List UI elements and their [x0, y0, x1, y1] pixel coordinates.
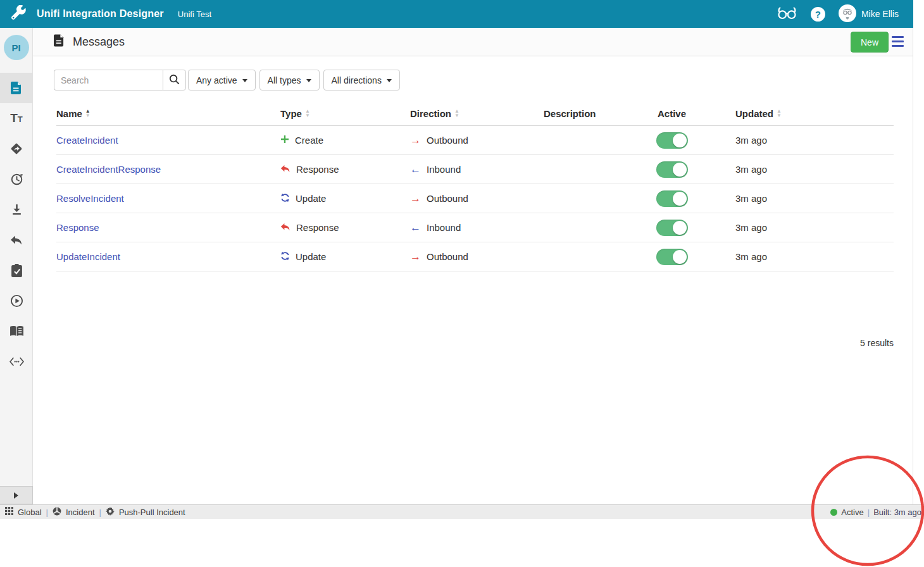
- messages-table-body: CreateIncidentCreate→Outbound3m agoCreat…: [56, 126, 894, 271]
- table-row: ResolveIncidentUpdate→Outbound3m ago: [56, 184, 894, 213]
- results-count: 5 results: [56, 338, 894, 348]
- sidebar: PI TT: [0, 28, 33, 486]
- arrow-right-icon: →: [410, 134, 421, 147]
- sidebar-item-run[interactable]: [0, 285, 33, 316]
- message-direction-cell: →Outbound: [410, 134, 544, 147]
- sidebar-items: TT: [0, 73, 32, 377]
- message-updated-cell: 3m ago: [705, 135, 894, 146]
- status-bar: Global | Incident | Push-Pull Incident A…: [0, 504, 924, 519]
- table-row: CreateIncidentCreate→Outbound3m ago: [56, 126, 894, 155]
- message-updated-cell: 3m ago: [705, 251, 894, 262]
- message-direction-label: Inbound: [427, 222, 461, 233]
- scope-label[interactable]: Global: [18, 508, 42, 517]
- environment-name[interactable]: Unifi Test: [178, 9, 211, 19]
- sidebar-item-response[interactable]: [0, 225, 33, 255]
- message-updated-cell: 3m ago: [705, 222, 894, 233]
- active-toggle[interactable]: [656, 132, 688, 149]
- arrow-left-icon: ←: [410, 221, 421, 234]
- toggle-knob: [673, 221, 687, 235]
- messages-page-icon: [54, 34, 65, 49]
- messages-table: Name ▲▼ Type ▲▼ Direction ▲▼ Description…: [56, 102, 894, 271]
- hamburger-menu-icon[interactable]: [892, 36, 904, 47]
- process-label[interactable]: Incident: [66, 508, 95, 517]
- message-updated-cell: 3m ago: [705, 164, 894, 175]
- message-direction-cell: →Outbound: [410, 251, 544, 263]
- integration-label[interactable]: Push-Pull Incident: [119, 508, 185, 517]
- active-toggle[interactable]: [656, 220, 688, 236]
- message-type-label: Update: [296, 193, 326, 204]
- message-name-cell: CreateIncident: [56, 135, 280, 146]
- message-updated-cell: 3m ago: [705, 193, 894, 204]
- sidebar-item-tasks[interactable]: [0, 255, 33, 285]
- sidebar-expand-button[interactable]: [0, 486, 33, 504]
- user-menu[interactable]: Mike Ellis: [839, 4, 899, 24]
- message-name-link[interactable]: UpdateIncident: [56, 251, 120, 262]
- sidebar-item-text-fields[interactable]: TT: [0, 103, 33, 134]
- process-icon: [53, 507, 61, 518]
- column-header-direction[interactable]: Direction ▲▼: [410, 108, 544, 119]
- sort-icon: ▲▼: [85, 109, 91, 118]
- status-label: Active: [841, 508, 863, 517]
- message-active-cell: [639, 190, 705, 207]
- column-header-type[interactable]: Type ▲▼: [280, 108, 410, 119]
- types-filter-dropdown[interactable]: All types: [259, 70, 320, 90]
- column-header-description: Description: [544, 108, 639, 119]
- sidebar-item-messages[interactable]: [0, 73, 33, 103]
- message-name-link[interactable]: ResolveIncident: [56, 193, 124, 204]
- filter-toolbar: Any active All types All directions: [54, 70, 913, 90]
- active-toggle[interactable]: [656, 161, 688, 178]
- expand-arrow-icon: [14, 492, 18, 499]
- message-name-link[interactable]: Response: [56, 222, 99, 233]
- dispatch-icon: [9, 142, 23, 156]
- message-name-link[interactable]: CreateIncident: [56, 135, 118, 146]
- response-icon: [10, 235, 23, 246]
- message-type-label: Update: [296, 251, 326, 262]
- active-filter-label: Any active: [196, 75, 237, 85]
- search-input[interactable]: [54, 70, 163, 90]
- directions-filter-dropdown[interactable]: All directions: [323, 70, 400, 90]
- message-direction-label: Inbound: [427, 164, 461, 175]
- reply-icon: [280, 222, 290, 233]
- search-button[interactable]: [163, 70, 186, 90]
- arrow-right-icon: →: [410, 192, 421, 205]
- message-direction-label: Outbound: [427, 193, 468, 204]
- text-fields-icon: TT: [10, 112, 23, 125]
- active-toggle[interactable]: [656, 249, 688, 265]
- column-header-name[interactable]: Name ▲▼: [56, 108, 280, 119]
- sidebar-item-code[interactable]: [0, 346, 33, 377]
- help-icon[interactable]: ?: [811, 7, 825, 22]
- gear-icon: [106, 507, 115, 518]
- glasses-icon[interactable]: [777, 5, 797, 23]
- sidebar-item-documentation[interactable]: [0, 316, 33, 346]
- message-type-cell: Update: [280, 251, 410, 263]
- message-active-cell: [639, 161, 705, 178]
- message-name-link[interactable]: CreateIncidentResponse: [56, 164, 161, 175]
- message-type-label: Create: [295, 135, 323, 146]
- message-name-cell: Response: [56, 222, 280, 233]
- toggle-knob: [673, 192, 687, 206]
- search-icon: [169, 74, 180, 87]
- grid-icon: [5, 507, 13, 517]
- top-app-bar: Unifi Integration Designer Unifi Test ?: [0, 0, 913, 28]
- app-title: Unifi Integration Designer: [37, 8, 164, 20]
- active-filter-dropdown[interactable]: Any active: [188, 70, 256, 90]
- new-button[interactable]: New: [851, 32, 889, 53]
- avatar: [839, 4, 856, 24]
- message-active-cell: [639, 132, 705, 149]
- refresh-icon: [280, 251, 290, 263]
- message-name-cell: CreateIncidentResponse: [56, 164, 280, 175]
- page-title: Messages: [73, 35, 125, 49]
- separator: |: [46, 508, 48, 517]
- code-icon: [9, 357, 24, 366]
- message-active-cell: [639, 220, 705, 236]
- chevron-down-icon: [306, 79, 311, 82]
- message-type-cell: Create: [280, 135, 410, 146]
- integration-avatar[interactable]: PI: [4, 35, 29, 60]
- user-name: Mike Ellis: [861, 9, 899, 19]
- sidebar-item-history[interactable]: [0, 164, 33, 194]
- column-header-updated[interactable]: Updated ▲▼: [705, 108, 894, 119]
- sidebar-item-import[interactable]: [0, 194, 33, 225]
- sidebar-item-dispatch[interactable]: [0, 134, 33, 164]
- table-header-row: Name ▲▼ Type ▲▼ Direction ▲▼ Description…: [56, 102, 894, 126]
- active-toggle[interactable]: [656, 190, 688, 207]
